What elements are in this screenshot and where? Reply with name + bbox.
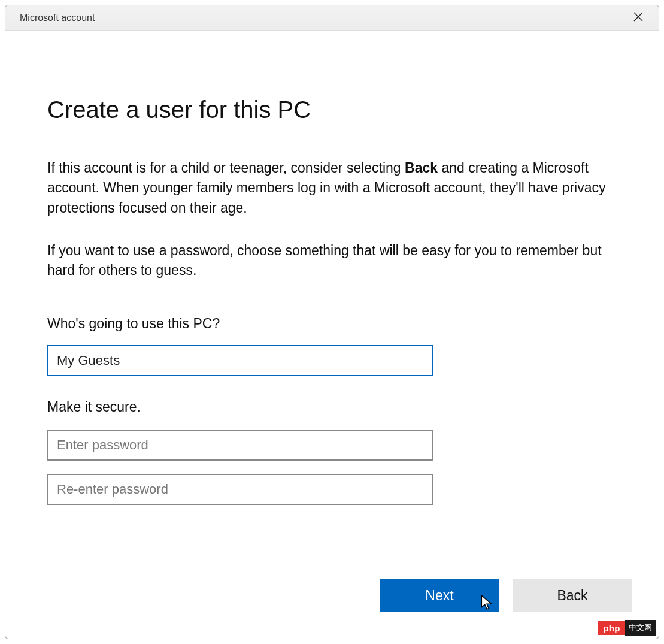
- password-section-label: Make it secure.: [47, 399, 617, 415]
- para1-bold: Back: [405, 160, 438, 176]
- back-button[interactable]: Back: [513, 579, 632, 612]
- para1-prefix: If this account is for a child or teenag…: [47, 160, 405, 176]
- info-paragraph-2: If you want to use a password, choose so…: [47, 241, 617, 281]
- password-confirm-input[interactable]: [47, 474, 433, 505]
- username-label: Who's going to use this PC?: [47, 316, 617, 332]
- watermark: php 中文网: [598, 620, 656, 636]
- password-input[interactable]: [47, 430, 433, 461]
- next-button[interactable]: Next: [380, 579, 499, 612]
- dialog-window: Microsoft account Create a user for this…: [5, 5, 659, 639]
- page-heading: Create a user for this PC: [47, 96, 617, 123]
- watermark-red: php: [598, 621, 625, 635]
- titlebar: Microsoft account: [5, 5, 659, 31]
- close-button[interactable]: [626, 6, 650, 30]
- dialog-content: Create a user for this PC If this accoun…: [5, 31, 659, 505]
- button-row: Next Back: [380, 579, 632, 612]
- watermark-dark: 中文网: [625, 620, 656, 636]
- username-input[interactable]: [47, 345, 433, 376]
- info-paragraph-1: If this account is for a child or teenag…: [47, 158, 617, 218]
- window-title: Microsoft account: [20, 13, 95, 23]
- close-icon: [633, 12, 643, 23]
